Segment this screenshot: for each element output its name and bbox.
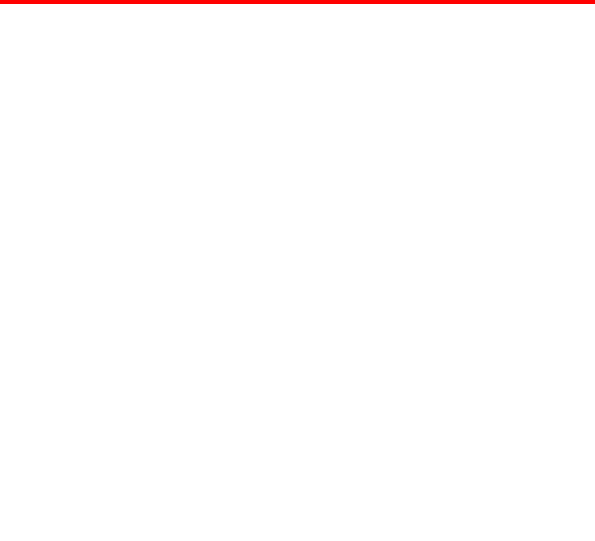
code-editor[interactable] xyxy=(0,0,595,4)
